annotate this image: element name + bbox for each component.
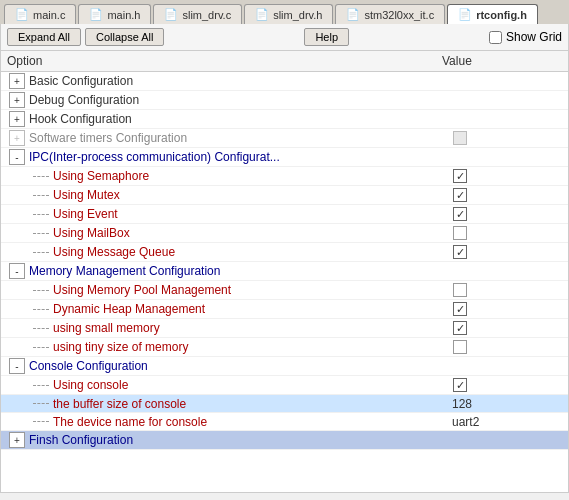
cb-mem-pool[interactable] — [452, 282, 468, 298]
tree-item-hook[interactable]: + Hook Configuration — [1, 110, 568, 129]
tab-main-c[interactable]: 📄 main.c — [4, 4, 76, 24]
tab-slim-drv-h[interactable]: 📄 slim_drv.h — [244, 4, 333, 24]
column-headers: Option Value — [1, 51, 568, 72]
label-msg-queue: Using Message Queue — [53, 245, 175, 259]
show-grid-label: Show Grid — [506, 30, 562, 44]
tree-item-finish[interactable]: + Finsh Configuration — [1, 431, 568, 450]
tree-line-msg-queue — [33, 252, 49, 253]
cb-software-timers[interactable] — [452, 130, 468, 146]
value-software-timers — [448, 130, 568, 146]
expander-hook[interactable]: + — [9, 111, 25, 127]
tree-item-memory-mgmt[interactable]: - Memory Management Configuration — [1, 262, 568, 281]
tree-item-mem-pool[interactable]: Using Memory Pool Management — [1, 281, 568, 300]
tree-item-console-cfg[interactable]: - Console Configuration — [1, 357, 568, 376]
file-c-icon-3: 📄 — [346, 8, 360, 21]
expander-debug[interactable]: + — [9, 92, 25, 108]
value-mailbox — [448, 225, 568, 241]
toolbar: Expand All Collapse All Help Show Grid — [0, 24, 569, 51]
label-software-timers: Software timers Configuration — [29, 131, 187, 145]
tree-line-mem-pool — [33, 290, 49, 291]
cb-unchecked-mailbox[interactable] — [453, 226, 467, 240]
tree-item-software-timers[interactable]: + Software timers Configuration — [1, 129, 568, 148]
cb-mailbox[interactable] — [452, 225, 468, 241]
tree-item-dynamic-heap[interactable]: Dynamic Heap Management ✓ — [1, 300, 568, 319]
cb-unchecked-mem-pool[interactable] — [453, 283, 467, 297]
label-memory-mgmt: Memory Management Configuration — [29, 264, 220, 278]
label-console-cfg: Console Configuration — [29, 359, 148, 373]
file-h-icon-3: 📄 — [458, 8, 472, 21]
tree-item-small-mem[interactable]: using small memory ✓ — [1, 319, 568, 338]
cb-checked-small-mem[interactable]: ✓ — [453, 321, 467, 335]
tree-item-debug[interactable]: + Debug Configuration — [1, 91, 568, 110]
label-basic: Basic Configuration — [29, 74, 133, 88]
label-finish: Finsh Configuration — [29, 433, 133, 447]
cb-mutex[interactable]: ✓ — [452, 187, 468, 203]
tree-item-mutex[interactable]: Using Mutex ✓ — [1, 186, 568, 205]
tree-line-semaphore — [33, 176, 49, 177]
config-tree: + Basic Configuration + Debug Configurat… — [1, 72, 568, 450]
cb-checked-msg-queue[interactable]: ✓ — [453, 245, 467, 259]
label-ipc: IPC(Inter-process communication) Configu… — [29, 150, 280, 164]
tree-item-msg-queue[interactable]: Using Message Queue ✓ — [1, 243, 568, 262]
expander-ipc[interactable]: - — [9, 149, 25, 165]
help-button[interactable]: Help — [304, 28, 349, 46]
tree-item-mailbox[interactable]: Using MailBox — [1, 224, 568, 243]
tree-item-using-console[interactable]: Using console ✓ — [1, 376, 568, 395]
cb-checked-semaphore[interactable]: ✓ — [453, 169, 467, 183]
show-grid-checkbox[interactable] — [489, 31, 502, 44]
value-event: ✓ — [448, 206, 568, 222]
cb-dynamic-heap[interactable]: ✓ — [452, 301, 468, 317]
show-grid-group: Show Grid — [489, 30, 562, 44]
tab-rtconfig[interactable]: 📄 rtconfig.h — [447, 4, 538, 24]
tab-main-h[interactable]: 📄 main.h — [78, 4, 151, 24]
file-h-icon: 📄 — [89, 8, 103, 21]
value-mutex: ✓ — [448, 187, 568, 203]
tab-stm32[interactable]: 📄 stm32l0xx_it.c — [335, 4, 445, 24]
label-debug: Debug Configuration — [29, 93, 139, 107]
file-h-icon-2: 📄 — [255, 8, 269, 21]
value-small-mem: ✓ — [448, 320, 568, 336]
cb-checked-dynamic-heap[interactable]: ✓ — [453, 302, 467, 316]
label-mem-pool: Using Memory Pool Management — [53, 283, 231, 297]
value-buffer-size: 128 — [448, 397, 568, 411]
expander-basic[interactable]: + — [9, 73, 25, 89]
value-msg-queue: ✓ — [448, 244, 568, 260]
tab-slim-drv-c[interactable]: 📄 slim_drv.c — [153, 4, 242, 24]
label-tiny-mem: using tiny size of memory — [53, 340, 188, 354]
cb-checked-event[interactable]: ✓ — [453, 207, 467, 221]
option-column-header: Option — [7, 54, 442, 68]
label-mutex: Using Mutex — [53, 188, 120, 202]
tree-line-small-mem — [33, 328, 49, 329]
tree-item-device-name[interactable]: The device name for console uart2 — [1, 413, 568, 431]
cb-event[interactable]: ✓ — [452, 206, 468, 222]
value-using-console: ✓ — [448, 377, 568, 393]
cb-msg-queue[interactable]: ✓ — [452, 244, 468, 260]
collapse-all-button[interactable]: Collapse All — [85, 28, 164, 46]
tree-line-mailbox — [33, 233, 49, 234]
cb-unchecked-tiny-mem[interactable] — [453, 340, 467, 354]
tree-item-tiny-mem[interactable]: using tiny size of memory — [1, 338, 568, 357]
tree-item-semaphore[interactable]: Using Semaphore ✓ — [1, 167, 568, 186]
cb-checked-using-console[interactable]: ✓ — [453, 378, 467, 392]
cb-checked-mutex[interactable]: ✓ — [453, 188, 467, 202]
expand-all-button[interactable]: Expand All — [7, 28, 81, 46]
tree-line-buffer-size — [33, 403, 49, 404]
tree-item-ipc[interactable]: - IPC(Inter-process communication) Confi… — [1, 148, 568, 167]
text-buffer-size: 128 — [452, 397, 472, 411]
label-dynamic-heap: Dynamic Heap Management — [53, 302, 205, 316]
cb-tiny-mem[interactable] — [452, 339, 468, 355]
tree-item-basic[interactable]: + Basic Configuration — [1, 72, 568, 91]
tree-item-buffer-size[interactable]: the buffer size of console 128 — [1, 395, 568, 413]
cb-semaphore[interactable]: ✓ — [452, 168, 468, 184]
expander-software-timers[interactable]: + — [9, 130, 25, 146]
tree-line-mutex — [33, 195, 49, 196]
cb-using-console[interactable]: ✓ — [452, 377, 468, 393]
expander-console-cfg[interactable]: - — [9, 358, 25, 374]
cb-small-mem[interactable]: ✓ — [452, 320, 468, 336]
tree-item-event[interactable]: Using Event ✓ — [1, 205, 568, 224]
value-tiny-mem — [448, 339, 568, 355]
expander-finish[interactable]: + — [9, 432, 25, 448]
expander-memory-mgmt[interactable]: - — [9, 263, 25, 279]
label-hook: Hook Configuration — [29, 112, 132, 126]
tree-line-device-name — [33, 421, 49, 422]
